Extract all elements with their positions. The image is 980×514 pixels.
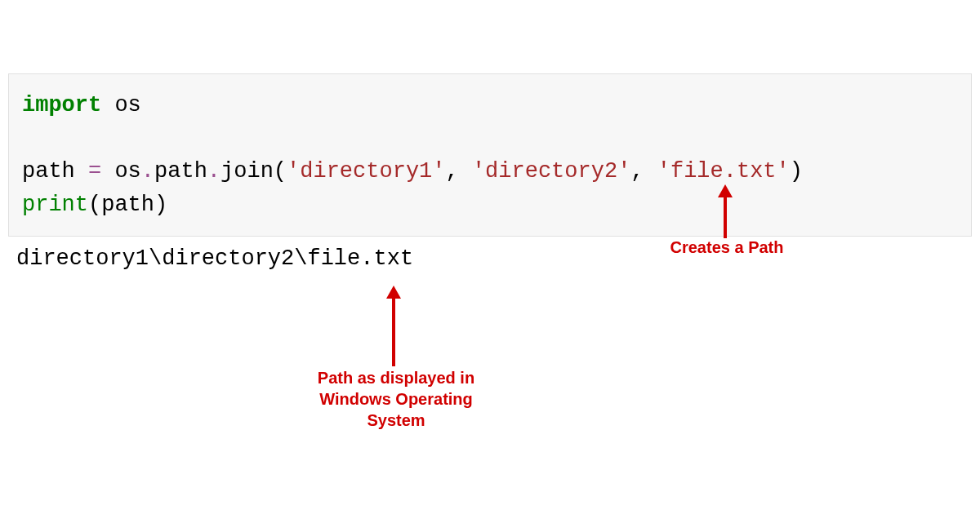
comma: , [446, 159, 472, 184]
dot-operator: . [141, 159, 154, 184]
attr-path: path [154, 159, 207, 184]
object-os: os [101, 159, 141, 184]
dot-operator: . [207, 159, 220, 184]
code-block: import os path = os.path.join('directory… [8, 73, 972, 237]
function-join: join [220, 159, 274, 184]
code-output: directory1\directory2\file.txt [16, 246, 972, 271]
paren-open: ( [88, 193, 101, 217]
keyword-import: import [22, 93, 101, 117]
builtin-print: print [22, 193, 88, 217]
paren-close: ) [790, 159, 803, 184]
annotation-creates-path: Creates a Path [653, 237, 800, 258]
module-name: os [101, 93, 141, 117]
print-arg: path [101, 193, 154, 217]
annotation-path-displayed: Path as displayed in Windows Operating S… [306, 367, 486, 431]
equals-operator: = [88, 159, 101, 184]
variable-name: path [22, 159, 88, 184]
paren-open: ( [274, 159, 287, 184]
string-arg2: 'directory2' [472, 159, 630, 184]
comma: , [630, 159, 657, 184]
string-arg1: 'directory1' [287, 159, 445, 184]
paren-close: ) [154, 193, 167, 217]
string-arg3: 'file.txt' [657, 159, 790, 184]
